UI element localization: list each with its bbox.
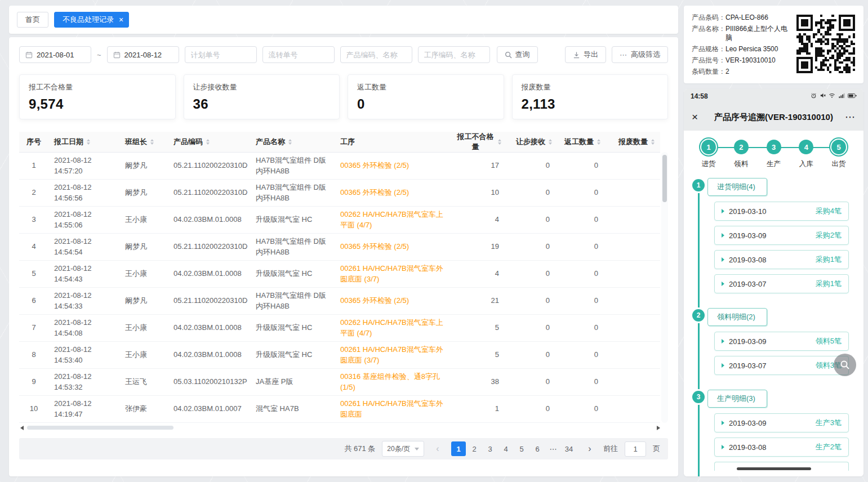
product-code-name-input[interactable] <box>340 46 412 63</box>
timeline-item[interactable]: 2019-03-09 采购2笔 <box>714 226 849 245</box>
cell-scrap-qty <box>606 315 660 342</box>
product-fields: 产品条码： CPA-LEO-866 产品名称： PIII866桌上型个人电脑 产… <box>692 13 790 76</box>
section-title: 生产明细(3) <box>707 390 767 408</box>
cell-process-link[interactable]: 00365 外环检验 (2/5) <box>335 288 451 315</box>
col-team-leader[interactable]: 班组长 <box>119 132 168 153</box>
item-count: 采购1笔 <box>816 255 842 265</box>
horizontal-scrollbar[interactable] <box>19 425 668 431</box>
page-number-button[interactable]: 5 <box>514 441 529 456</box>
sort-icon[interactable] <box>597 139 600 145</box>
cell-scrap-qty <box>606 207 660 234</box>
search-button[interactable]: 查询 <box>497 46 538 63</box>
cell-process-link[interactable]: 00261 HA/HC/HA7B混气室车外圆底面 (3/7) <box>335 261 451 288</box>
page-number-button[interactable]: 1 <box>451 441 466 456</box>
col-product-name[interactable]: 产品名称 <box>250 132 335 153</box>
timeline-item[interactable]: 2019-03-07 采购1笔 <box>714 274 849 293</box>
page-number-button[interactable]: 34 <box>562 441 576 456</box>
caret-right-icon <box>722 445 724 449</box>
col-rework-qty[interactable]: 返工数量 <box>558 132 606 153</box>
jump-page-input[interactable] <box>625 441 646 457</box>
search-button-label: 查询 <box>515 50 530 60</box>
scroll-left-arrow-icon[interactable] <box>20 426 24 430</box>
stepper-step[interactable]: 3 生产 <box>763 140 785 169</box>
caret-right-icon <box>722 257 724 262</box>
cell-process-link[interactable]: 00261 HA/HC/HA7B混气室车外圆底面 (3/7) <box>335 342 451 369</box>
vertical-scrollbar-thumb[interactable] <box>662 155 667 202</box>
page-size-select[interactable]: 20条/页 <box>382 441 424 457</box>
export-button[interactable]: 导出 <box>565 46 606 63</box>
product-info-card: 产品条码： CPA-LEO-866 产品名称： PIII866桌上型个人电脑 产… <box>684 6 863 83</box>
cell-process-link[interactable]: 00365 外环检验 (2/5) <box>335 153 451 180</box>
item-date: 2019-03-09 <box>729 419 767 427</box>
col-scrap-qty[interactable]: 报废数量 <box>606 132 660 153</box>
advanced-filter-button[interactable]: ⋯ 高级筛选 <box>612 46 668 63</box>
more-icon[interactable]: ⋯ <box>842 111 856 123</box>
table-row: 1 2021-08-12 14:57:20 阚梦凡 05.21.11020022… <box>19 153 660 180</box>
prev-page-button[interactable]: ‹ <box>431 441 444 457</box>
col-product-code[interactable]: 产品编码 <box>168 132 250 153</box>
page-number-button[interactable]: 6 <box>530 441 545 456</box>
sort-icon[interactable] <box>206 139 210 145</box>
start-date-input[interactable]: 2021-08-01 <box>19 46 91 63</box>
caret-right-icon <box>722 233 724 238</box>
step-number-badge: 3 <box>767 140 781 154</box>
cell-process-link[interactable]: 00365 外环检验 (2/5) <box>335 180 451 207</box>
transfer-number-input[interactable] <box>262 46 335 63</box>
cell-defect-qty: 38 <box>451 369 507 396</box>
col-defect-qty[interactable]: 报工不合格量 <box>451 132 507 153</box>
page-number-button[interactable]: 2 <box>467 441 482 456</box>
close-icon[interactable]: × <box>692 111 705 123</box>
sort-icon[interactable] <box>549 139 552 145</box>
cell-process-link[interactable]: 00261 HA/HC/HA7B混气室车外圆底面 <box>335 396 451 423</box>
magnifier-fab[interactable] <box>834 354 856 376</box>
horizontal-scrollbar-thumb[interactable] <box>27 426 173 430</box>
home-indicator <box>737 467 811 470</box>
cell-scrap-qty <box>606 234 660 261</box>
sort-icon[interactable] <box>150 139 154 145</box>
sort-icon[interactable] <box>498 139 501 145</box>
timeline-item[interactable]: 2019-03-10 采购4笔 <box>714 202 849 221</box>
scroll-right-arrow-icon[interactable] <box>657 426 660 430</box>
sort-icon[interactable] <box>87 139 90 145</box>
page-number-button[interactable]: ⋯ <box>546 441 560 456</box>
page-number-button[interactable]: 4 <box>498 441 513 456</box>
cell-process-link[interactable]: 00365 外环检验 (2/5) <box>335 234 451 261</box>
stepper-step[interactable]: 1 进货 <box>697 140 720 169</box>
table-row: 2 2021-08-12 14:56:56 阚梦凡 05.21.11020022… <box>19 180 660 207</box>
caret-right-icon <box>722 209 724 213</box>
close-icon[interactable]: × <box>119 16 123 24</box>
timeline-item[interactable]: 2019-03-09 生产3笔 <box>714 413 849 432</box>
stepper-step[interactable]: 2 领料 <box>730 140 753 169</box>
col-report-date[interactable]: 报工日期 <box>48 132 119 153</box>
stepper-step[interactable]: 4 入库 <box>795 140 817 169</box>
timeline-item[interactable]: 2019-03-09 领料5笔 <box>714 332 849 351</box>
sort-icon[interactable] <box>651 139 655 145</box>
cell-process-link[interactable]: 00262 HA/HC/HA7B混气室车上平面 (4/7) <box>335 207 451 234</box>
cell-report-date: 2021-08-12 14:55:06 <box>48 207 119 234</box>
cell-index: 9 <box>19 369 48 396</box>
timeline-item[interactable]: 2019-03-07 领料3笔 <box>714 356 849 375</box>
timeline-item[interactable]: 2019-03-08 采购1笔 <box>714 250 849 269</box>
tab-home-label: 首页 <box>25 15 40 25</box>
sort-icon[interactable] <box>288 139 292 145</box>
vertical-scrollbar[interactable] <box>661 152 668 423</box>
timeline-item[interactable]: 2019-03-08 生产2笔 <box>714 438 849 457</box>
cell-team-leader: 王小康 <box>119 261 168 288</box>
page-number-button[interactable]: 3 <box>483 441 497 456</box>
tab-defect-records[interactable]: 不良品处理记录 × <box>54 12 129 28</box>
cell-team-leader: 阚梦凡 <box>119 180 168 207</box>
end-date-input[interactable]: 2021-08-12 <box>107 46 179 63</box>
wifi-icon <box>829 92 835 100</box>
next-page-button[interactable]: › <box>583 441 597 457</box>
process-code-name-input[interactable] <box>418 46 490 63</box>
cell-process-link[interactable]: 00262 HA/HC/HA7B混气室车上平面 (4/7) <box>335 315 451 342</box>
tab-home[interactable]: 首页 <box>17 12 48 28</box>
advanced-filter-label: 高级筛选 <box>631 50 660 60</box>
cell-process-link[interactable]: 00316 基座组件检验、通8字孔 (1/5) <box>335 369 451 396</box>
cell-concession-qty: 0 <box>507 234 558 261</box>
col-concession-qty[interactable]: 让步接收 <box>507 132 558 153</box>
plan-number-input[interactable] <box>185 46 257 63</box>
step-label: 领料 <box>734 159 748 169</box>
stepper-step[interactable]: 5 出货 <box>827 140 850 169</box>
section-title: 领料明细(2) <box>707 308 767 326</box>
